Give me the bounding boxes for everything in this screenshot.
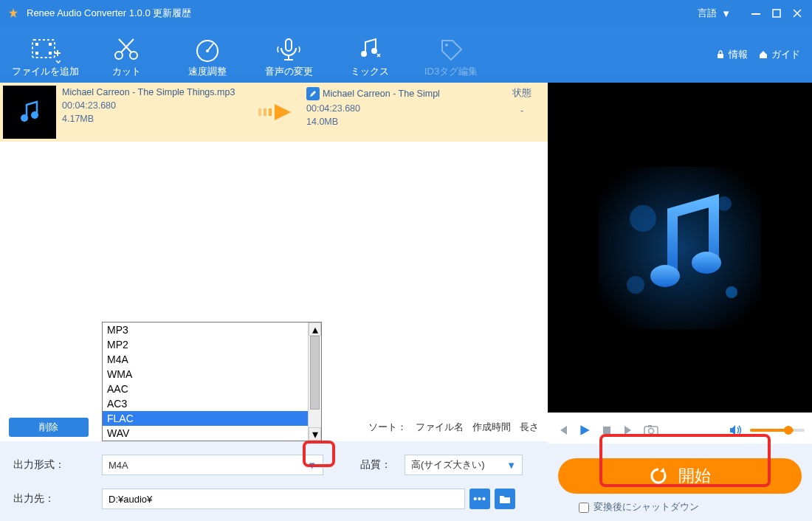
start-label: 開始 xyxy=(678,465,711,487)
format-option-m4a[interactable]: M4A xyxy=(103,352,321,367)
close-button[interactable] xyxy=(788,4,806,22)
add-file-button[interactable]: ファイルを追加 xyxy=(4,31,86,78)
music-mix-icon xyxy=(329,34,410,65)
svg-rect-5 xyxy=(49,43,52,46)
status-value: - xyxy=(496,106,548,116)
home-icon xyxy=(758,49,768,60)
speedometer-icon xyxy=(167,34,248,65)
svg-rect-0 xyxy=(751,13,760,15)
chevron-down-icon: ▼ xyxy=(506,460,516,471)
guide-link[interactable]: ガイド xyxy=(758,48,800,61)
svg-point-25 xyxy=(726,286,737,298)
volume-slider[interactable] xyxy=(750,429,805,432)
svg-rect-6 xyxy=(49,52,52,55)
svg-rect-21 xyxy=(599,167,761,329)
delete-button[interactable]: 削除 xyxy=(9,418,89,437)
sort-by-created[interactable]: 作成時間 xyxy=(472,421,511,434)
snapshot-button[interactable] xyxy=(644,423,658,438)
dropdown-scrollbar[interactable]: ▴ ▾ xyxy=(308,322,321,441)
info-link[interactable]: 情報 xyxy=(715,48,748,61)
sort-by-filename[interactable]: ファイル名 xyxy=(416,421,464,434)
player-controls xyxy=(548,417,812,444)
edit-target-icon[interactable] xyxy=(306,87,320,100)
output-folder-input[interactable] xyxy=(102,489,465,509)
shutdown-checkbox[interactable]: 変換後にシャットダウン xyxy=(579,501,802,514)
source-duration: 00:04:23.680 xyxy=(62,100,249,111)
svg-rect-2 xyxy=(32,40,55,58)
minimize-button[interactable] xyxy=(747,4,765,22)
cut-button[interactable]: カット xyxy=(86,31,167,78)
svg-point-8 xyxy=(130,52,137,59)
volume-icon[interactable] xyxy=(728,423,743,438)
svg-point-17 xyxy=(31,111,38,119)
sort-label: ソート： xyxy=(368,421,407,434)
shutdown-checkbox-input[interactable] xyxy=(579,503,589,513)
stop-button[interactable] xyxy=(599,423,614,438)
quality-label: 品質： xyxy=(360,458,405,472)
format-option-aac[interactable]: AAC xyxy=(103,382,321,396)
svg-rect-31 xyxy=(648,425,652,427)
target-file-info: Michael Carreon - The Simpl 00:04:23.680… xyxy=(303,83,496,142)
voice-button[interactable]: 音声の変更 xyxy=(248,31,329,78)
format-dropdown-list[interactable]: MP3MP2M4AWMAAACAC3FLACWAV ▴ ▾ xyxy=(102,322,322,441)
file-row[interactable]: Michael Carreon - The Simple Things.mp3 … xyxy=(0,83,548,142)
svg-point-27 xyxy=(692,252,721,274)
film-add-icon xyxy=(4,34,86,65)
scroll-up-button[interactable]: ▴ xyxy=(309,322,321,336)
app-title: Renee Audio Converter 1.0.0 更新履歴 xyxy=(27,7,191,20)
main-toolbar: ファイルを追加 カット 速度調整 音声の変更 ミックス ID3タグ編集 情報 xyxy=(0,27,812,83)
play-button[interactable] xyxy=(577,423,592,438)
format-option-mp2[interactable]: MP2 xyxy=(103,337,321,352)
format-select[interactable]: M4A ▼ xyxy=(102,455,323,475)
language-label: 言語 xyxy=(698,7,717,20)
format-option-ac3[interactable]: AC3 xyxy=(103,396,321,411)
source-file-info: Michael Carreon - The Simple Things.mp3 … xyxy=(59,83,252,142)
svg-point-30 xyxy=(649,429,654,434)
format-option-wav[interactable]: WAV xyxy=(103,426,321,441)
sort-by-length[interactable]: 長さ xyxy=(520,421,539,434)
quality-value: 高(サイズ大きい) xyxy=(411,458,485,472)
svg-point-14 xyxy=(445,44,448,46)
prev-button[interactable] xyxy=(555,423,570,438)
language-menu[interactable]: 言語 ▼ xyxy=(698,7,731,20)
svg-rect-28 xyxy=(603,427,610,434)
svg-point-10 xyxy=(206,49,209,52)
output-settings-panel: 出力形式： M4A ▼ 品質： 高(サイズ大きい) ▼ 出力先： ••• xyxy=(0,441,548,521)
target-filename: Michael Carreon - The Simpl xyxy=(323,89,440,99)
scrollbar-thumb[interactable] xyxy=(310,336,320,410)
status-header: 状態 xyxy=(496,87,548,100)
id3-tag-button: ID3タグ編集 xyxy=(410,31,492,78)
source-size: 4.17MB xyxy=(62,114,249,124)
svg-point-24 xyxy=(627,276,644,294)
chevron-down-icon: ▼ xyxy=(307,460,317,471)
format-value: M4A xyxy=(109,460,128,471)
svg-point-13 xyxy=(371,48,377,54)
svg-rect-20 xyxy=(269,108,272,116)
speed-button[interactable]: 速度調整 xyxy=(167,31,248,78)
svg-point-22 xyxy=(630,205,656,232)
arrow-icon xyxy=(252,83,303,142)
lock-icon xyxy=(715,49,726,60)
target-size: 14.0MB xyxy=(306,117,493,127)
next-button[interactable] xyxy=(622,423,636,438)
scissors-icon xyxy=(86,34,167,65)
more-button[interactable]: ••• xyxy=(469,489,490,509)
format-option-wma[interactable]: WMA xyxy=(103,367,321,382)
source-filename: Michael Carreon - The Simple Things.mp3 xyxy=(62,87,249,97)
file-thumbnail xyxy=(3,86,56,139)
speed-label: 速度調整 xyxy=(167,65,248,78)
scroll-down-button[interactable]: ▾ xyxy=(309,427,321,441)
app-logo-icon xyxy=(6,6,21,21)
maximize-button[interactable] xyxy=(768,4,785,22)
svg-point-7 xyxy=(115,52,123,59)
guide-label: ガイド xyxy=(771,48,800,61)
refresh-icon xyxy=(649,466,668,486)
format-option-mp3[interactable]: MP3 xyxy=(103,322,321,337)
format-label: 出力形式： xyxy=(13,458,102,472)
add-file-label: ファイルを追加 xyxy=(4,65,86,78)
start-button[interactable]: 開始 xyxy=(558,458,802,494)
format-option-flac[interactable]: FLAC xyxy=(103,411,321,426)
quality-select[interactable]: 高(サイズ大きい) ▼ xyxy=(405,455,523,475)
mix-button[interactable]: ミックス xyxy=(329,31,410,78)
open-folder-button[interactable] xyxy=(495,489,515,509)
